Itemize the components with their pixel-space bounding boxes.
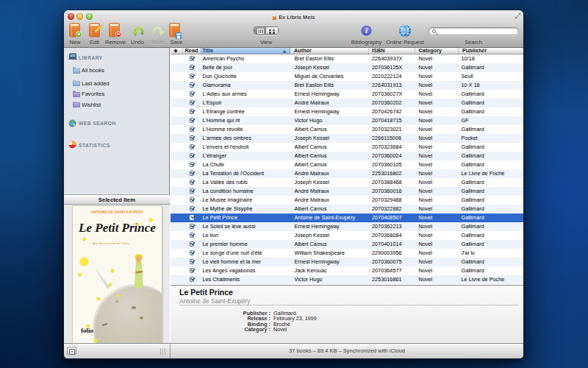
svg-text:i: i	[365, 26, 368, 35]
